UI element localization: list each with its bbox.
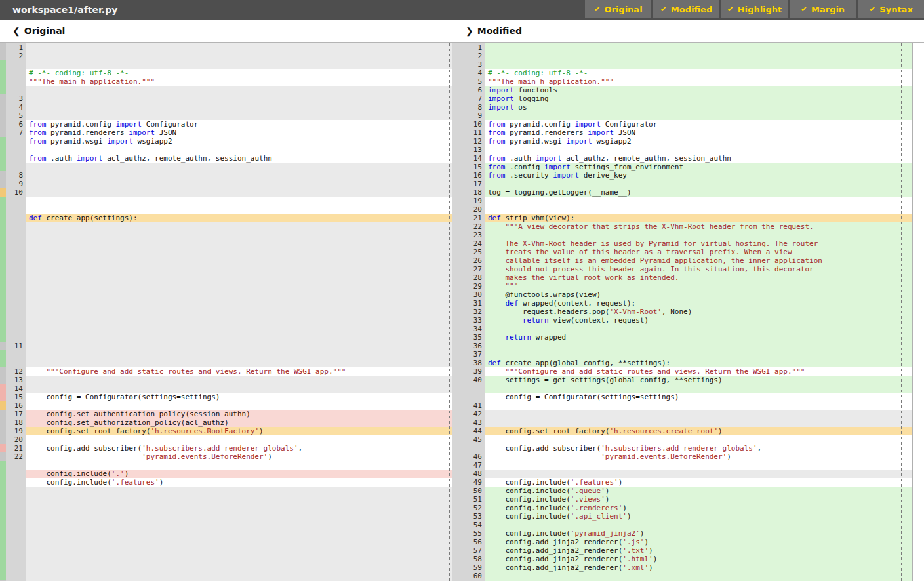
- toggle-syntax[interactable]: ✔Syntax: [858, 0, 924, 18]
- code-line[interactable]: config.set_authentication_policy(session…: [26, 410, 452, 418]
- code-line[interactable]: """The main h application.""": [26, 77, 452, 86]
- code-line[interactable]: config.add_jinja2_renderer('.js'): [485, 538, 912, 546]
- code-line[interactable]: config = Configurator(settings=settings): [485, 393, 912, 401]
- code-line[interactable]: [485, 384, 912, 393]
- code-line[interactable]: [485, 521, 912, 529]
- code-line[interactable]: config.set_authorization_policy(acl_auth…: [26, 418, 452, 427]
- code-line[interactable]: [485, 111, 912, 120]
- code-line[interactable]: config.set_root_factory('h.resources.Roo…: [26, 427, 452, 435]
- code-line[interactable]: treats the value of this header as a tra…: [485, 248, 912, 256]
- code-line[interactable]: [485, 350, 912, 359]
- code-line[interactable]: config.include('.api_client'): [485, 512, 912, 521]
- code-line[interactable]: def strip_vhm(view):: [485, 214, 912, 222]
- code-line[interactable]: # -*- coding: utf-8 -*-: [26, 69, 452, 77]
- code-line[interactable]: from .auth import acl_authz, remote_auth…: [485, 154, 912, 163]
- diff-map-mark: [0, 359, 6, 367]
- code-line[interactable]: config.add_subscriber('h.subscribers.add…: [485, 444, 912, 452]
- code-line[interactable]: config.add_jinja2_renderer('.html'): [485, 555, 912, 563]
- code-line[interactable]: [485, 197, 912, 205]
- code-line[interactable]: from pyramid.wsgi import wsgiapp2: [485, 137, 912, 146]
- code-line[interactable]: from pyramid.renderers import JSON: [485, 129, 912, 137]
- code-line[interactable]: from .security import derive_key: [485, 171, 912, 180]
- code-line[interactable]: [485, 205, 912, 214]
- code-segment: '.queue': [571, 487, 605, 495]
- code-line[interactable]: [485, 342, 912, 350]
- code-line[interactable]: [485, 325, 912, 333]
- code-line[interactable]: config.include('.features'): [485, 478, 912, 487]
- code-segment: ): [627, 512, 632, 521]
- code-line[interactable]: [485, 461, 912, 470]
- toggle-highlight[interactable]: ✔Highlight: [721, 0, 788, 18]
- code-line[interactable]: def wrapped(context, request):: [485, 299, 912, 308]
- code-line[interactable]: """Configure and add static routes and v…: [26, 367, 452, 376]
- line-number: 46: [452, 452, 485, 461]
- code-line[interactable]: config.include('.views'): [485, 495, 912, 504]
- code-line[interactable]: config.include('.features'): [26, 478, 452, 487]
- line-number: 55: [452, 529, 485, 538]
- code-line[interactable]: import functools: [485, 86, 912, 94]
- code-line[interactable]: should not process this header again. In…: [485, 265, 912, 273]
- code-line[interactable]: return view(context, request): [485, 316, 912, 325]
- code-line[interactable]: from pyramid.config import Configurator: [26, 120, 452, 129]
- code-line[interactable]: config.include('.renderers'): [485, 504, 912, 512]
- code-line[interactable]: 'pyramid.events.BeforeRender'): [485, 452, 912, 461]
- code-line[interactable]: callable itself is an embedded Pyramid a…: [485, 256, 912, 265]
- code-line[interactable]: from pyramid.config import Configurator: [485, 120, 912, 129]
- code-line[interactable]: [485, 572, 912, 580]
- code-line[interactable]: [485, 180, 912, 188]
- code-line[interactable]: config.include('.queue'): [485, 487, 912, 495]
- scrollbar-track[interactable]: [912, 43, 923, 581]
- line-number-gutter-modified: 1234567891011121314151617181920212223242…: [452, 43, 485, 581]
- code-line[interactable]: config.add_jinja2_renderer('.xml'): [485, 563, 912, 572]
- code-line[interactable]: [485, 231, 912, 239]
- code-line[interactable]: config = Configurator(settings=settings): [26, 393, 452, 401]
- code-line[interactable]: """A view decorator that strips the X-Vh…: [485, 222, 912, 231]
- code-line[interactable]: from pyramid.wsgi import wsgiapp2: [26, 137, 452, 146]
- line-number: [6, 265, 26, 273]
- toggle-margin[interactable]: ✔Margin: [790, 0, 856, 18]
- code-line[interactable]: config.add_subscriber('h.subscribers.add…: [26, 444, 452, 452]
- code-line[interactable]: 'pyramid.events.BeforeRender'): [26, 452, 452, 461]
- code-segment: Configurator: [601, 120, 657, 129]
- code-line[interactable]: """The main h application.""": [485, 77, 912, 86]
- line-number: 11: [6, 342, 26, 350]
- toggle-original[interactable]: ✔Original: [585, 0, 651, 18]
- filler-line: [26, 333, 452, 342]
- code-line[interactable]: [26, 205, 452, 214]
- code-line[interactable]: from pyramid.renderers import JSON: [26, 129, 452, 137]
- code-line[interactable]: [485, 435, 912, 444]
- filler-line: [26, 563, 452, 572]
- code-line[interactable]: makes the virtual root work as intended.: [485, 273, 912, 282]
- code-line[interactable]: request.headers.pop('X-Vhm-Root', None): [485, 308, 912, 316]
- code-line[interactable]: [26, 461, 452, 470]
- code-line[interactable]: import logging: [485, 94, 912, 103]
- diff-map[interactable]: [0, 43, 6, 581]
- code-line[interactable]: [26, 435, 452, 444]
- code-line[interactable]: from .auth import acl_authz, remote_auth…: [26, 154, 452, 163]
- code-line[interactable]: from .config import settings_from_enviro…: [485, 163, 912, 171]
- code-line[interactable]: [26, 197, 452, 205]
- code-line[interactable]: import os: [485, 103, 912, 111]
- code-line[interactable]: [485, 146, 912, 154]
- line-number: 22: [6, 452, 26, 461]
- code-line[interactable]: def create_app(settings):: [26, 214, 452, 222]
- code-line[interactable]: # -*- coding: utf-8 -*-: [485, 69, 912, 77]
- code-line[interactable]: The X-Vhm-Root header is used by Pyramid…: [485, 239, 912, 248]
- code-line[interactable]: @functools.wraps(view): [485, 290, 912, 299]
- code-line[interactable]: [485, 401, 912, 410]
- code-area-original[interactable]: # -*- coding: utf-8 -*-"""The main h app…: [26, 43, 452, 581]
- code-line[interactable]: settings = get_settings(global_config, *…: [485, 376, 912, 384]
- code-line[interactable]: """Configure and add static routes and v…: [485, 367, 912, 376]
- code-line[interactable]: log = logging.getLogger(__name__): [485, 188, 912, 197]
- code-line[interactable]: config.include('.'): [26, 470, 452, 478]
- code-line[interactable]: return wrapped: [485, 333, 912, 342]
- code-line[interactable]: [26, 146, 452, 154]
- code-line[interactable]: config.set_root_factory('h.resources.cre…: [485, 427, 912, 435]
- code-line[interactable]: [26, 401, 452, 410]
- code-line[interactable]: config.add_jinja2_renderer('.txt'): [485, 546, 912, 555]
- code-line[interactable]: """: [485, 282, 912, 290]
- code-line[interactable]: config.include('pyramid_jinja2'): [485, 529, 912, 538]
- code-area-modified[interactable]: # -*- coding: utf-8 -*-"""The main h app…: [485, 43, 912, 581]
- toggle-modified[interactable]: ✔Modified: [653, 0, 719, 18]
- code-line[interactable]: def create_app(global_config, **settings…: [485, 359, 912, 367]
